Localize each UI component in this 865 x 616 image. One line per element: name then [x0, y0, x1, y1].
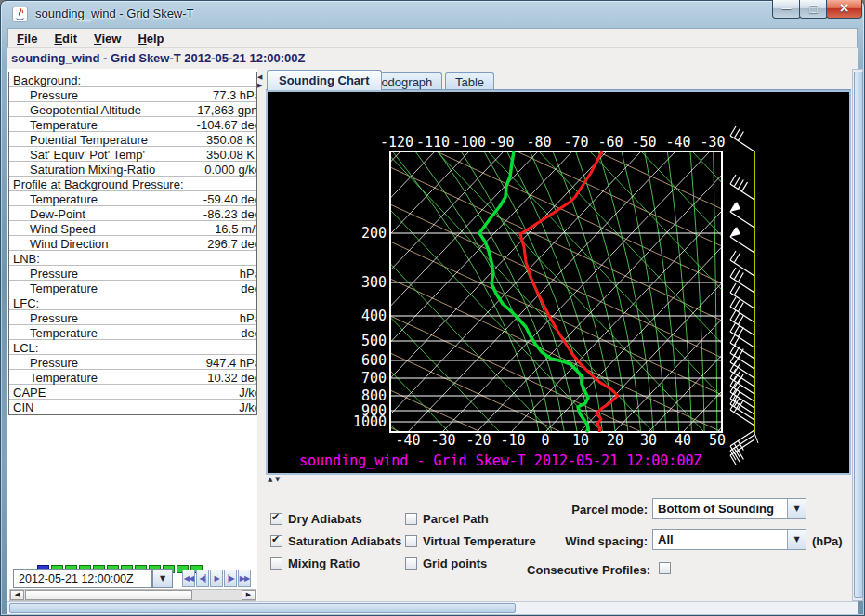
- property-value: J/kg: [239, 400, 257, 414]
- property-label: Pressure: [30, 88, 78, 102]
- virtual-temperature-checkbox[interactable]: [405, 535, 417, 547]
- property-value: 77.3 hPa: [213, 88, 257, 102]
- horizontal-scrollbar[interactable]: [7, 601, 858, 614]
- menu-view[interactable]: View: [85, 30, 129, 47]
- dry-adiabats-checkbox[interactable]: [270, 513, 282, 525]
- wind-spacing-select[interactable]: All ▼: [652, 529, 806, 550]
- split-divider[interactable]: ◀ ▶: [257, 69, 265, 601]
- property-label: Dew-Point: [30, 207, 85, 221]
- table-row: Background:: [9, 72, 256, 87]
- maximize-button[interactable]: □: [799, 0, 828, 19]
- property-value: 350.08 K: [206, 148, 255, 162]
- table-row: LNB:: [9, 251, 256, 266]
- table-row: CINJ/kg: [9, 400, 256, 414]
- time-select-input[interactable]: 2012-05-21 12:00:00Z: [13, 569, 152, 588]
- svg-text:30: 30: [640, 432, 657, 449]
- property-value: 947.4 hPa: [206, 356, 257, 370]
- grid-points-checkbox[interactable]: [405, 557, 417, 570]
- mixing-ratio-checkbox[interactable]: [270, 557, 282, 570]
- table-row: Potential Temperature350.08 K: [9, 132, 256, 147]
- sounding-properties-panel: Background: Pressure77.3 hPa Geopotentia…: [7, 69, 257, 601]
- tab-table[interactable]: Table: [445, 72, 494, 90]
- property-value: deg: [241, 282, 257, 295]
- collapse-up-icon[interactable]: ▲: [268, 477, 272, 483]
- svg-text:400: 400: [361, 308, 387, 324]
- rewind-button[interactable]: ◀◀: [182, 570, 195, 587]
- svg-text:-10: -10: [500, 432, 525, 449]
- parcel-mode-label: Parcel mode:: [520, 503, 648, 517]
- time-dropdown-button[interactable]: ▼: [152, 569, 173, 588]
- expand-right-icon[interactable]: ▶: [257, 83, 262, 89]
- scroll-right-icon[interactable]: ▶: [242, 590, 256, 600]
- menu-help[interactable]: Help: [129, 30, 172, 47]
- property-label: Temperature: [30, 326, 98, 340]
- fast-forward-button[interactable]: ▶▶: [238, 570, 251, 587]
- parcel-mode-select[interactable]: Bottom of Sounding ▼: [652, 498, 806, 519]
- java-app-icon: [12, 7, 28, 22]
- table-row: LCL:: [9, 340, 256, 355]
- table-row: Sat' Equiv' Pot' Temp'350.08 K: [9, 147, 256, 162]
- minimize-button[interactable]: —: [772, 0, 801, 19]
- tab-sounding-chart[interactable]: Sounding Chart: [267, 70, 382, 90]
- close-button[interactable]: ×: [826, 0, 862, 19]
- skewt-chart[interactable]: -120-110-100-90-80-70-60-50-40-30-40-30-…: [268, 92, 849, 473]
- step-forward-button[interactable]: |▶: [224, 570, 237, 587]
- table-row: Geopotential Altitude17,863 gpm: [9, 102, 256, 117]
- property-label: LNB:: [13, 252, 40, 266]
- property-label: Wind Speed: [30, 222, 96, 236]
- property-value: 10.32 deg: [207, 371, 257, 385]
- virtual-temperature-label[interactable]: Virtual Temperature: [423, 534, 536, 548]
- chevron-down-icon[interactable]: ▼: [787, 499, 806, 518]
- parcel-path-checkbox[interactable]: [405, 513, 417, 525]
- wind-spacing-value: All: [653, 532, 787, 546]
- vertical-scrollbar[interactable]: [852, 69, 863, 601]
- saturation-adiabats-label[interactable]: Saturation Adiabats: [288, 534, 401, 548]
- svg-text:1000: 1000: [353, 413, 387, 430]
- property-label: Temperature: [30, 282, 98, 295]
- svg-text:10: 10: [572, 432, 589, 449]
- left-panel-horizontal-scrollbar[interactable]: ◀ ▶: [9, 589, 256, 601]
- menu-file[interactable]: File: [8, 30, 46, 47]
- property-value: deg: [241, 326, 257, 340]
- property-value: 16.5 m/s: [215, 222, 257, 236]
- expand-down-icon[interactable]: ▼: [275, 477, 280, 483]
- table-row: Pressure77.3 hPa: [9, 87, 256, 102]
- property-value: 350.08 K: [206, 133, 255, 147]
- table-row: Temperature10.32 deg: [9, 370, 256, 385]
- property-value: 0.000 g/kg: [204, 163, 257, 177]
- grid-points-label[interactable]: Grid points: [423, 557, 487, 570]
- play-button[interactable]: ▶: [210, 570, 223, 587]
- property-label: Pressure: [30, 267, 78, 281]
- title-bar[interactable]: sounding_wind - Grid Skew-T — □ ×: [0, 0, 865, 28]
- svg-text:-40: -40: [665, 134, 690, 151]
- table-row: Temperature-104.67 deg: [9, 117, 256, 132]
- step-back-button[interactable]: ◀|: [196, 570, 209, 587]
- dry-adiabats-label[interactable]: Dry Adiabats: [288, 512, 362, 526]
- parcel-path-label[interactable]: Parcel Path: [423, 512, 489, 526]
- chart-panel: Sounding Chart Hodograph Table -120-110-…: [265, 69, 852, 601]
- property-label: Saturation Mixing-Ratio: [30, 163, 155, 177]
- collapse-left-icon[interactable]: ◀: [257, 74, 262, 81]
- table-row: Wind Speed16.5 m/s: [9, 221, 256, 236]
- page-title: sounding_wind - Grid Skew-T 2012-05-21 1…: [11, 51, 305, 65]
- consecutive-profiles-checkbox[interactable]: [659, 562, 671, 574]
- scrollbar-thumb[interactable]: [854, 72, 863, 598]
- scrollbar-thumb[interactable]: [25, 590, 192, 600]
- svg-text:-20: -20: [465, 432, 491, 449]
- saturation-adiabats-checkbox[interactable]: [270, 535, 282, 547]
- table-row: PressurehPa: [9, 266, 256, 281]
- property-label: CIN: [13, 400, 33, 414]
- svg-text:600: 600: [361, 352, 387, 369]
- scroll-left-icon[interactable]: ◀: [10, 590, 24, 600]
- svg-text:-50: -50: [631, 134, 656, 151]
- svg-text:50: 50: [709, 432, 726, 449]
- scrollbar-thumb[interactable]: [9, 603, 516, 613]
- chevron-down-icon[interactable]: ▼: [787, 530, 806, 549]
- menu-edit[interactable]: Edit: [46, 30, 85, 47]
- property-label: Pressure: [30, 311, 78, 325]
- property-label: Geopotential Altitude: [30, 103, 141, 117]
- svg-text:-60: -60: [597, 134, 623, 151]
- svg-text:-30: -30: [430, 432, 455, 449]
- table-row: Temperaturedeg: [9, 281, 256, 295]
- mixing-ratio-label[interactable]: Mixing Ratio: [288, 557, 360, 570]
